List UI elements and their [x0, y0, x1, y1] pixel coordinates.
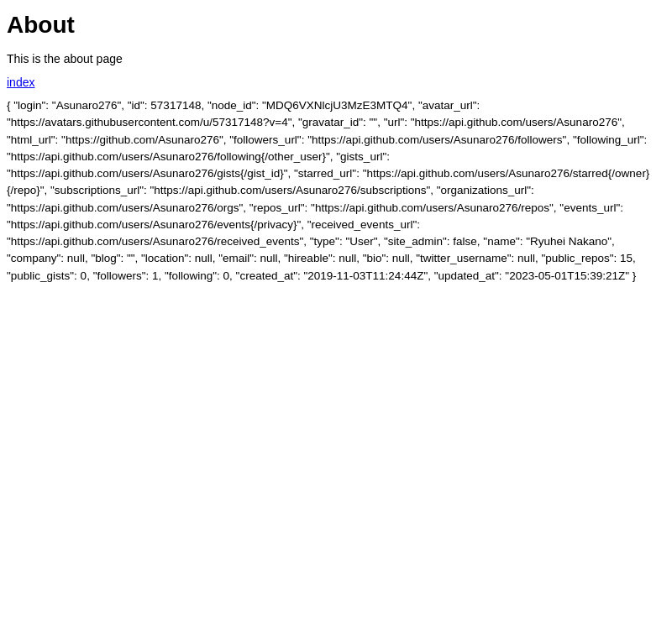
index-link[interactable]: index	[7, 76, 665, 89]
page-subtitle: This is the about page	[7, 52, 665, 65]
page-title: About	[7, 12, 665, 39]
json-content: { "login": "Asunaro276", "id": 57317148,…	[7, 97, 665, 285]
